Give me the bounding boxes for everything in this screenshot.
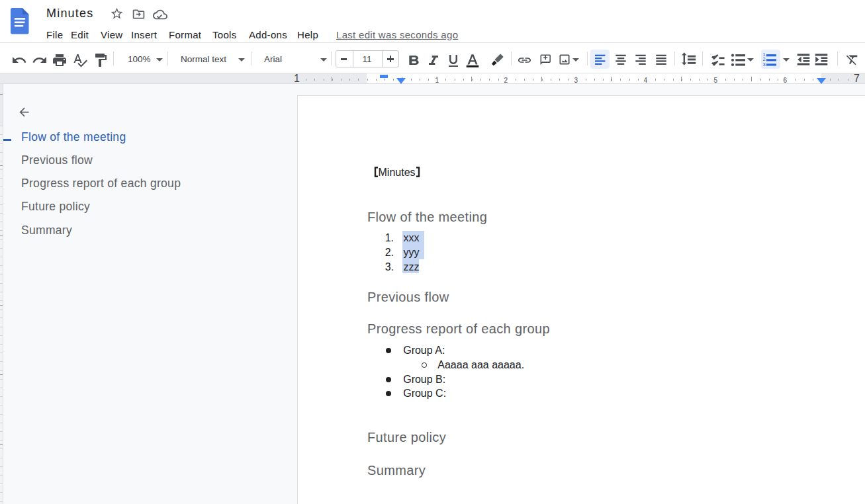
svg-text:3: 3 bbox=[763, 62, 766, 67]
